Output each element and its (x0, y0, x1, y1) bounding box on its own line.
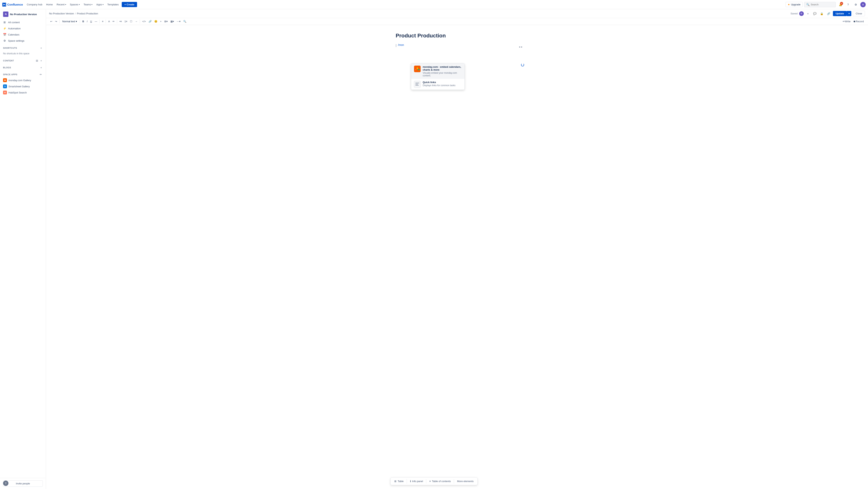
content-section: CONTENT ⊞ + (0, 56, 46, 63)
create-button[interactable]: + Create (122, 2, 137, 7)
italic-button[interactable]: I (86, 19, 89, 24)
calendar-icon: 📅 (3, 33, 6, 36)
insert-button[interactable]: + (159, 19, 163, 24)
sidebar-item-automation[interactable]: ⚡ Automation (0, 25, 46, 31)
space-apps-header: SPACE APPS ✏ (3, 73, 43, 76)
link-toolbar-button[interactable]: 🔗 (147, 19, 153, 24)
toolbar-separator-3 (99, 20, 100, 23)
undo-button[interactable]: ↩ (49, 19, 54, 24)
nav-recent[interactable]: Recent▾ (55, 2, 67, 7)
space-header[interactable]: N No Production Version (0, 9, 46, 19)
help-bubble[interactable]: ? (3, 481, 8, 486)
update-button[interactable]: Update (833, 11, 847, 16)
record-button[interactable]: ⏺ Record (852, 19, 865, 24)
svg-rect-7 (415, 85, 418, 86)
svg-point-3 (416, 67, 418, 69)
drag-handle-dots (519, 47, 522, 48)
align-button[interactable]: ≡ (101, 19, 105, 24)
bullet-list-button[interactable]: •≡ (118, 19, 123, 24)
text-color-button[interactable]: A (107, 19, 111, 24)
bottom-bar-sep-3 (454, 479, 454, 484)
editor-avatar[interactable]: U (799, 11, 804, 16)
redo-button[interactable]: ↪ (54, 19, 58, 24)
underline-button[interactable]: U (89, 19, 93, 24)
sidebar-app-smartsheet[interactable]: S Smartsheet Gallery (0, 83, 46, 89)
write-button[interactable]: ✏ Write (841, 19, 852, 24)
notification-badge: 37 (840, 2, 843, 5)
dropdown-item-quick-links[interactable]: Quick links Displays links for common ta… (411, 79, 464, 90)
breadcrumb-link-space[interactable]: No Production Version (49, 12, 74, 15)
bottom-bar: ⊞ Table ℹ Info panel ≡ Table of contents… (390, 477, 477, 485)
sidebar-app-hubspot[interactable]: H HubSpot Search (0, 89, 46, 95)
breadcrumb-actions: Saved U + 💬 🔒 🔗 Update ▾ Close (790, 11, 865, 16)
restrict-button[interactable]: 🔒 (819, 11, 825, 16)
more-options-button[interactable]: ⋯▾ (176, 19, 182, 24)
slash-command-input[interactable]: /mon (398, 44, 404, 47)
pencil-icon: ✏ (843, 20, 845, 23)
no-shortcuts-text: No shortcuts in this space (0, 51, 46, 56)
update-dropdown-button[interactable]: ▾ (847, 11, 851, 16)
add-content-button[interactable]: + (40, 59, 43, 63)
settings-icon: ⚙ (3, 39, 6, 42)
strikethrough-button[interactable]: — (94, 19, 98, 24)
dropdown-item-monday[interactable]: monday.com - embed calendars, charts & m… (411, 63, 464, 79)
highlight-button[interactable]: ✏ (112, 19, 116, 24)
layout-button[interactable]: ▦▾ (169, 19, 175, 24)
bottom-bar-toc[interactable]: ≡ Table of contents (427, 479, 453, 484)
invite-people-button[interactable]: Invite people (3, 480, 43, 487)
bold-button[interactable]: B (81, 19, 85, 24)
space-apps-section: SPACE APPS ✏ (0, 70, 46, 77)
user-avatar[interactable]: U (860, 2, 866, 7)
add-shortcut-button[interactable]: + (40, 46, 43, 50)
comment-button[interactable]: 💬 (812, 11, 817, 16)
link-button[interactable]: 🔗 (826, 11, 831, 16)
settings-button[interactable]: ⚙ (852, 2, 859, 8)
indent-button[interactable]: → (134, 19, 138, 24)
close-button[interactable]: Close (853, 11, 865, 16)
svg-rect-6 (415, 84, 418, 84)
filter-content-button[interactable]: ⊞ (35, 59, 39, 63)
notifications-button[interactable]: 🔔 37 (837, 2, 843, 8)
code-block-button[interactable]: </> (141, 19, 147, 24)
emoji-button[interactable]: 😊 (153, 19, 158, 24)
sidebar-app-monday[interactable]: M monday.com Gallery (0, 77, 46, 83)
chevron-down-icon: ▾ (79, 3, 80, 6)
confluence-logo[interactable]: Confluence (2, 3, 23, 6)
help-button[interactable]: ? (845, 2, 851, 8)
nav-spaces[interactable]: Spaces▾ (68, 2, 81, 7)
main-area: N No Production Version ⊞ All content ⚡ … (0, 9, 868, 489)
toolbar-separator-4 (105, 20, 106, 23)
add-blog-button[interactable]: + (40, 66, 43, 69)
bottom-bar-table[interactable]: ⊞ Table (392, 479, 406, 484)
page-title[interactable]: Product Production (396, 33, 518, 39)
numbered-list-button[interactable]: 1≡ (123, 19, 128, 24)
upgrade-button[interactable]: ★ Upgrade (785, 2, 803, 7)
content-wrapper: Product Production | /mon (46, 25, 868, 489)
monday-item-text: monday.com - embed calendars, charts & m… (423, 65, 462, 77)
nav-company-hub[interactable]: Company hub (25, 2, 44, 7)
chevron-down-icon: ▾ (102, 3, 103, 6)
task-list-button[interactable]: ☐ (129, 19, 133, 24)
bottom-bar-info-panel[interactable]: ℹ Info panel (408, 479, 425, 484)
space-icon: N (3, 11, 8, 17)
text-style-dropdown[interactable]: Normal text ▾ (61, 19, 79, 24)
record-icon: ⏺ (853, 20, 856, 23)
search-input[interactable] (811, 3, 834, 6)
table-insert-button[interactable]: ⊞▾ (163, 19, 169, 24)
nav-teams[interactable]: Teams▾ (82, 2, 94, 7)
nav-apps[interactable]: Apps▾ (95, 2, 105, 7)
dot-1 (519, 47, 520, 48)
bottom-bar-more[interactable]: More elements (455, 479, 476, 484)
edit-space-apps-button[interactable]: ✏ (39, 73, 43, 76)
shortcuts-section: SHORTCUTS + (0, 44, 46, 51)
sidebar-item-space-settings[interactable]: ⚙ Space settings (0, 38, 46, 44)
search-box[interactable]: 🔍 (804, 2, 836, 7)
find-replace-button[interactable]: 🔍 (182, 19, 187, 24)
sidebar-item-calendars[interactable]: 📅 Calendars (0, 31, 46, 38)
content-actions: ⊞ + (35, 59, 43, 63)
nav-templates[interactable]: Templates (106, 2, 120, 7)
add-watcher-button[interactable]: + (805, 11, 811, 16)
nav-home[interactable]: Home (45, 2, 55, 7)
sidebar-item-all-content[interactable]: ⊞ All content (0, 19, 46, 25)
breadcrumb-bar: No Production Version / Product Producti… (46, 9, 868, 18)
